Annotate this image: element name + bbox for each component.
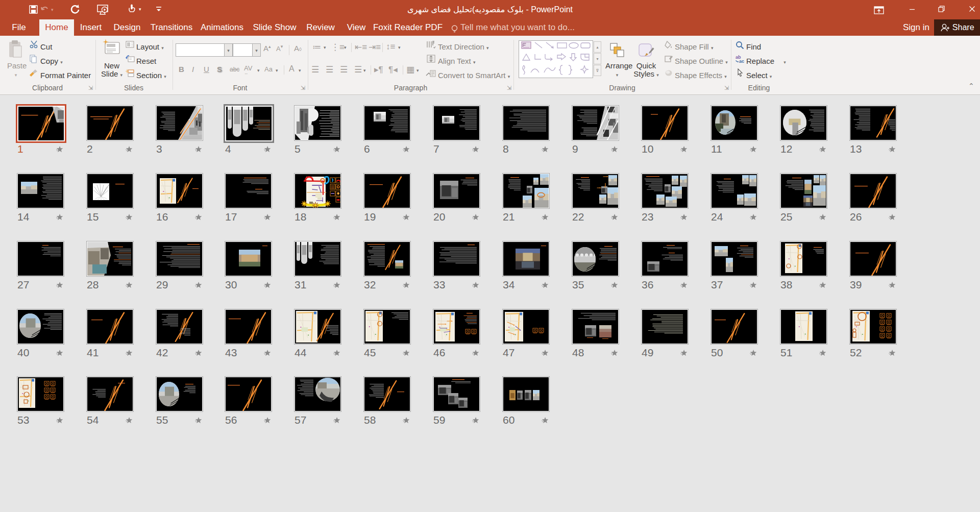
svg-text:ac: ac [739, 59, 744, 64]
